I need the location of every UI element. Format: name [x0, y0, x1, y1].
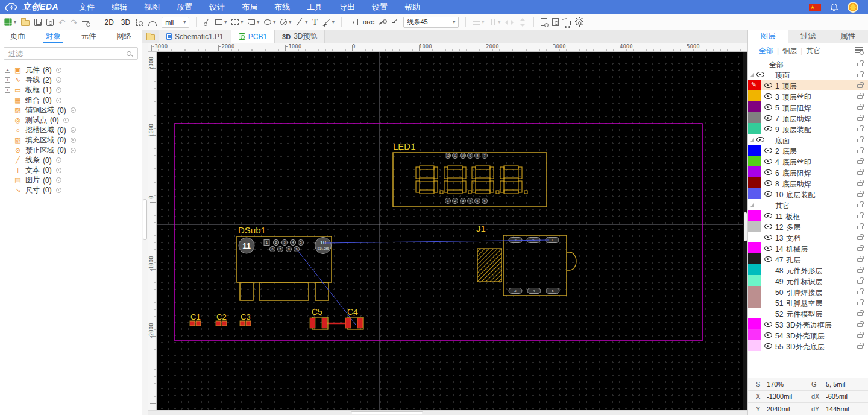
menu-item[interactable]: 设置	[363, 0, 396, 14]
layer-color-swatch[interactable]: ✎	[748, 242, 761, 253]
component-c4[interactable]: C4	[345, 307, 363, 329]
distribute-button[interactable]: ▾	[489, 16, 500, 28]
eye-icon[interactable]	[764, 190, 772, 197]
lock-icon[interactable]	[857, 95, 863, 99]
menu-item[interactable]: 放置	[168, 0, 201, 14]
component-j1[interactable]: J1 3 5 1 2 4 6	[476, 223, 576, 296]
layer-row[interactable]: ✎ 49元件标识层	[748, 275, 868, 286]
line-tool-button[interactable]: ▾	[296, 16, 307, 28]
layer-row[interactable]: ✎ 6底层阻焊	[748, 166, 868, 177]
tree-item[interactable]: + ▨ 铺铜区域 (0)	[0, 105, 142, 115]
tree-item[interactable]: + ◎ 测试点 (0)	[0, 115, 142, 125]
lock-icon[interactable]	[857, 160, 863, 164]
right-panel-tab[interactable]: 过滤	[788, 30, 828, 43]
open-button[interactable]	[21, 16, 30, 28]
layer-row[interactable]: ✎ 顶面	[748, 69, 868, 80]
layer-row[interactable]: ✎ 12多层	[748, 221, 868, 232]
snapshot-button[interactable]	[46, 16, 54, 28]
layer-color-swatch[interactable]: ✎	[748, 177, 761, 188]
layer-row[interactable]: ✎ 533D外壳边框层	[748, 318, 868, 329]
layer-row[interactable]: ✎ 11板框	[748, 210, 868, 221]
language-flag-icon[interactable]: ★	[809, 4, 821, 11]
lock-icon[interactable]	[857, 117, 863, 121]
tab-pcb[interactable]: PCB1	[231, 30, 275, 43]
eye-icon[interactable]	[764, 168, 772, 176]
scrollbar-thumb[interactable]	[351, 411, 423, 414]
tree-item[interactable]: + ↘ 尺寸 (0)	[0, 185, 142, 195]
project-folder-button[interactable]	[142, 30, 159, 43]
tree-item[interactable]: + ○ 挖槽区域 (0)	[0, 125, 142, 136]
eye-icon[interactable]	[764, 81, 772, 89]
pcb-editor-canvas[interactable]: LED1 12 11 10 9 8 7 1 2 3 4 5 6	[157, 52, 743, 410]
menu-item[interactable]: 设计	[201, 0, 233, 14]
fill-region-tool-button[interactable]: ▾	[248, 16, 259, 28]
dimension-tool-button[interactable]: ▾	[322, 16, 335, 28]
lock-icon[interactable]	[857, 139, 863, 142]
tree-item[interactable]: + ▭ 板框 (1)	[0, 85, 142, 95]
subtab-copper[interactable]: 铜层	[779, 46, 800, 56]
layer-row[interactable]: ✎ 其它	[748, 199, 868, 210]
view-2d-button[interactable]: 2D	[103, 16, 115, 28]
lock-icon[interactable]	[857, 74, 863, 77]
layer-color-swatch[interactable]: ✎	[748, 297, 761, 308]
probe-tool-button[interactable]	[203, 16, 210, 28]
lock-icon[interactable]	[857, 215, 863, 218]
tree-item[interactable]: + ▧ 填充区域 (0)	[0, 135, 142, 145]
menu-item[interactable]: 视图	[136, 0, 168, 14]
eye-icon[interactable]	[764, 342, 772, 349]
text-tool-button[interactable]: T	[312, 16, 318, 28]
visibility-toggle-icon[interactable]	[71, 138, 76, 143]
expand-icon[interactable]: +	[5, 87, 10, 93]
layer-color-swatch[interactable]: ✎	[748, 166, 761, 177]
canvas-horizontal-scrollbar[interactable]	[148, 410, 747, 415]
lock-icon[interactable]	[857, 247, 863, 251]
subtab-other[interactable]: 其它	[802, 46, 824, 56]
layer-row[interactable]: ✎ 14机械层	[748, 242, 868, 253]
lock-icon[interactable]	[857, 345, 863, 349]
order-cart-button[interactable]	[564, 16, 571, 28]
layer-row[interactable]: ✎ 51引脚悬空层	[748, 297, 868, 308]
import-button[interactable]	[348, 16, 358, 28]
layer-color-swatch[interactable]: ✎	[748, 329, 761, 340]
lock-icon[interactable]	[857, 323, 863, 327]
eye-icon[interactable]	[764, 103, 772, 110]
tree-item[interactable]: + ⊘ 禁止区域 (0)	[0, 145, 142, 156]
collapse-icon[interactable]	[750, 73, 754, 77]
tree-item[interactable]: + ▤ 图片 (0)	[0, 176, 142, 186]
layer-color-swatch[interactable]: ✎	[748, 101, 761, 112]
layer-row[interactable]: ✎ 全部	[748, 58, 868, 69]
view-3d-button[interactable]: 3D	[120, 16, 131, 28]
tab-3d-preview[interactable]: 3D3D预览	[275, 30, 325, 43]
eye-icon[interactable]	[764, 157, 772, 165]
lock-icon[interactable]	[857, 193, 863, 197]
layer-settings-icon[interactable]	[855, 47, 863, 54]
expand-icon[interactable]: +	[5, 68, 10, 73]
flip-horizontal-button[interactable]	[505, 16, 514, 28]
eye-icon[interactable]	[756, 136, 764, 143]
lock-icon[interactable]	[857, 302, 863, 305]
eye-icon[interactable]	[764, 320, 772, 328]
visibility-toggle-icon[interactable]	[71, 107, 76, 113]
lock-icon[interactable]	[857, 312, 863, 316]
ellipse-tool-button[interactable]: ▾	[264, 16, 275, 28]
eye-icon[interactable]	[764, 114, 772, 121]
lock-icon[interactable]	[857, 226, 863, 229]
collapse-icon[interactable]	[750, 203, 754, 207]
page-settings-button[interactable]	[541, 16, 547, 28]
visibility-toggle-icon[interactable]	[56, 168, 61, 173]
layer-row[interactable]: ✎ 2底层	[748, 145, 868, 156]
visibility-toggle-icon[interactable]	[56, 157, 61, 163]
layer-row[interactable]: ✎ 1顶层	[748, 80, 868, 90]
route-tool-button[interactable]	[379, 16, 387, 28]
eye-icon[interactable]	[764, 223, 772, 230]
visibility-toggle-icon[interactable]	[56, 188, 61, 193]
layer-row[interactable]: ✎ 5顶层阻焊	[748, 101, 868, 112]
canvas-vertical-scrollbar[interactable]	[743, 52, 747, 410]
visibility-toggle-icon[interactable]	[56, 177, 61, 183]
left-panel-tab[interactable]: 页面	[0, 30, 36, 43]
visibility-toggle-icon[interactable]	[63, 118, 69, 123]
corner-mode-button[interactable]	[392, 16, 398, 28]
layer-row[interactable]: ✎ 10底层装配	[748, 188, 868, 199]
layer-color-swatch[interactable]: ✎	[748, 188, 761, 199]
eye-icon[interactable]	[764, 255, 772, 262]
